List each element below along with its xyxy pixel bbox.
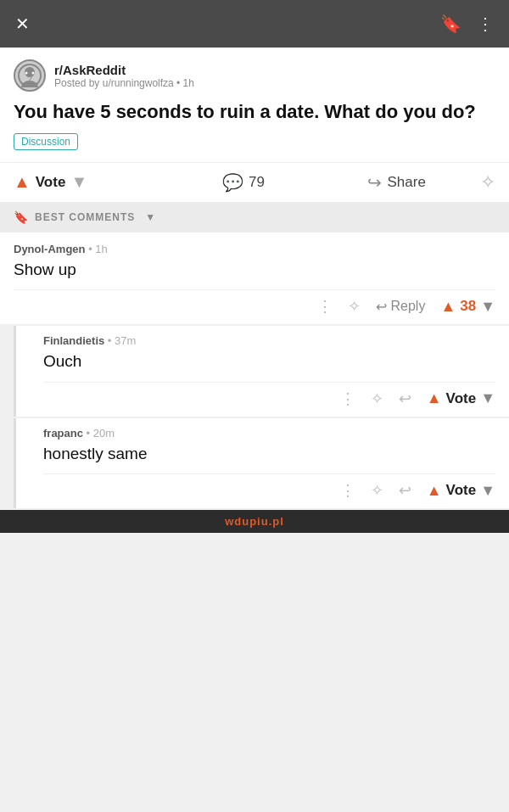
sub-comment-2: frapanc • 20m honestly same ⋮ ✧ ↩ ▲ Vote… — [14, 418, 509, 509]
reply-action-1[interactable]: ↩ Reply — [376, 299, 426, 315]
svg-point-4 — [32, 72, 35, 75]
sub-comment-body-1: Ouch — [43, 350, 495, 373]
sub-comment-actions-1: ⋮ ✧ ↩ ▲ Vote ▼ — [43, 382, 495, 417]
sub-comment-time-2: • 20m — [87, 427, 115, 440]
comment-downvote-1[interactable]: ▼ — [480, 298, 495, 316]
star-icon[interactable]: ✧ — [480, 171, 495, 193]
comment-body-1: Show up — [14, 259, 495, 282]
award-icon-1[interactable]: ✧ — [348, 297, 361, 316]
sub-comment-meta-1: Finlandietis • 37m — [43, 334, 495, 347]
sub-comment-actions-2: ⋮ ✧ ↩ ▲ Vote ▼ — [43, 473, 495, 508]
sub-comment-author-1[interactable]: Finlandietis — [43, 334, 104, 347]
subreddit-row: ? r/AskReddit Posted by u/runningwolfza … — [14, 59, 495, 92]
share-label: Share — [387, 174, 425, 191]
comments-action[interactable]: 💬 79 — [167, 172, 321, 193]
comment-vote-count-1: 38 — [460, 298, 476, 315]
sub-comment-1: Finlandietis • 37m Ouch ⋮ ✧ ↩ ▲ Vote ▼ — [14, 326, 509, 417]
comments-section: 🔖 BEST COMMENTS ▼ Dynol-Amgen • 1h Show … — [0, 202, 509, 509]
subreddit-info: r/AskReddit Posted by u/runningwolfza • … — [54, 63, 194, 89]
vote-action[interactable]: ▲ Vote ▼ — [14, 172, 167, 192]
reply-small-icon-sub-2[interactable]: ↩ — [399, 481, 411, 500]
reply-label-1: Reply — [391, 299, 426, 314]
downvote-icon[interactable]: ▼ — [70, 172, 87, 192]
avatar: ? — [14, 59, 46, 92]
action-bar: ▲ Vote ▼ 💬 79 ↪ Share ✧ — [0, 162, 509, 202]
subreddit-name[interactable]: r/AskReddit — [54, 63, 194, 77]
comment-meta-1: Dynol-Amgen • 1h — [14, 243, 495, 255]
sort-icon: 🔖 — [14, 210, 28, 224]
comments-count: 79 — [249, 174, 265, 191]
sub-downvote-2[interactable]: ▼ — [480, 482, 495, 500]
best-comments-bar[interactable]: 🔖 BEST COMMENTS ▼ — [0, 202, 509, 232]
reply-icon-1: ↩ — [376, 299, 387, 315]
watermark: wdupiu.pl — [0, 510, 509, 533]
post-title: You have 5 seconds to ruin a date. What … — [14, 100, 495, 125]
top-bar-right: 🔖 ⋮ — [440, 14, 494, 34]
sub-comment-vote-2: ▲ Vote ▼ — [427, 482, 495, 500]
sub-comment-time-1: • 37m — [108, 334, 136, 347]
top-bar: ✕ 🔖 ⋮ — [0, 0, 509, 48]
sub-upvote-2[interactable]: ▲ — [427, 482, 442, 500]
comment-vote-1: ▲ 38 ▼ — [440, 298, 495, 316]
comment-upvote-1[interactable]: ▲ — [440, 298, 456, 316]
sub-comment-vote-1: ▲ Vote ▼ — [427, 389, 495, 407]
comment-author-1[interactable]: Dynol-Amgen — [14, 243, 86, 255]
chevron-down-icon: ▼ — [145, 211, 155, 223]
reply-small-icon-sub-1[interactable]: ↩ — [399, 389, 411, 408]
award-icon-sub-1[interactable]: ✧ — [371, 389, 383, 408]
sub-vote-label-1: Vote — [446, 390, 477, 407]
close-icon[interactable]: ✕ — [15, 14, 30, 34]
share-action[interactable]: ↪ Share — [320, 172, 473, 193]
vote-label[interactable]: Vote — [36, 174, 66, 191]
award-icon-sub-2[interactable]: ✧ — [371, 481, 383, 500]
upvote-icon[interactable]: ▲ — [14, 172, 31, 192]
sub-downvote-1[interactable]: ▼ — [480, 389, 495, 407]
watermark-text: wdupiu.pl — [225, 515, 284, 528]
sub-vote-label-2: Vote — [446, 482, 477, 499]
comment-time-1: • 1h — [88, 243, 108, 255]
best-comments-label: BEST COMMENTS — [35, 211, 135, 223]
discussion-tag[interactable]: Discussion — [14, 133, 78, 150]
bookmark-icon[interactable]: 🔖 — [440, 14, 461, 34]
share-icon: ↪ — [367, 172, 382, 193]
sub-comment-author-2[interactable]: frapanc — [43, 427, 83, 440]
sub-comment-meta-2: frapanc • 20m — [43, 427, 495, 440]
comment-1: Dynol-Amgen • 1h Show up ⋮ ✧ ↩ Reply ▲ 3… — [0, 232, 509, 325]
more-icon-sub-1[interactable]: ⋮ — [340, 389, 355, 408]
more-icon-1[interactable]: ⋮ — [317, 297, 333, 316]
comments-icon: 💬 — [222, 172, 243, 193]
more-options-icon[interactable]: ⋮ — [477, 14, 494, 34]
post-header: ? r/AskReddit Posted by u/runningwolfza … — [0, 48, 509, 162]
svg-text:?: ? — [27, 75, 32, 84]
more-icon-sub-2[interactable]: ⋮ — [340, 481, 355, 500]
sub-comment-body-2: honestly same — [43, 443, 495, 466]
post-meta: Posted by u/runningwolfza • 1h — [54, 77, 194, 89]
sub-upvote-1[interactable]: ▲ — [427, 389, 442, 407]
comment-actions-1: ⋮ ✧ ↩ Reply ▲ 38 ▼ — [14, 289, 495, 324]
